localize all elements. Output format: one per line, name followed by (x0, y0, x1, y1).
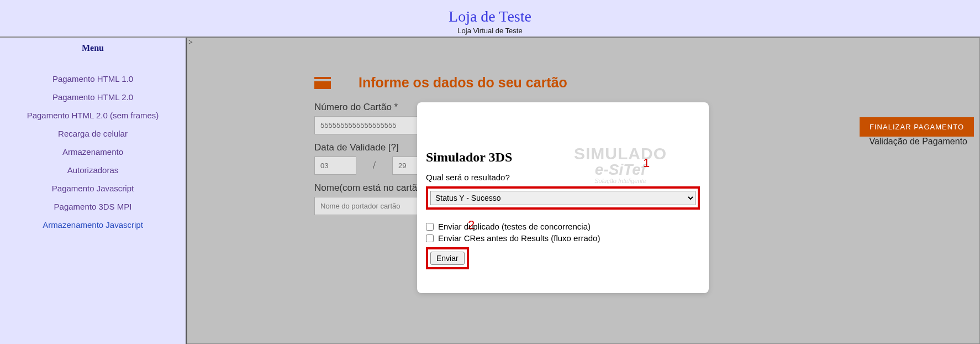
simulator-3ds-modal: SIMULADO e-SiTef Solução Inteligente Sim… (417, 102, 709, 293)
sidebar-item-pagamento-3ds[interactable]: Pagamento 3DS MPI (0, 197, 186, 216)
checkbox-cres-label: Enviar CRes antes do Results (fluxo erra… (438, 233, 600, 243)
validation-text: Validação de Pagamento (869, 137, 967, 147)
sidebar: Menu Pagamento HTML 1.0 Pagamento HTML 2… (0, 38, 187, 344)
sidebar-item-pagamento-js[interactable]: Pagamento Javascript (0, 179, 186, 197)
checkbox-cres[interactable] (426, 234, 434, 242)
breadcrumb: > (188, 38, 193, 47)
submit-button-highlight: Enviar (426, 247, 469, 269)
sidebar-item-pagamento-html-1[interactable]: Pagamento HTML 1.0 (0, 70, 186, 88)
sidebar-item-recarga[interactable]: Recarga de celular (0, 124, 186, 143)
credit-card-icon (314, 77, 331, 89)
sidebar-item-pagamento-html-2-sf[interactable]: Pagamento HTML 2.0 (sem frames) (0, 106, 186, 124)
form-title: Informe os dados do seu cartão (359, 75, 567, 91)
checkbox-duplicado-row[interactable]: Enviar duplicado (testes de concorrencia… (426, 222, 700, 231)
expiry-slash: / (373, 160, 376, 171)
status-select[interactable]: Status Y - Sucesso (430, 191, 696, 205)
page-header: Loja de Teste Loja Virtual de Teste (0, 0, 980, 38)
expiry-month-input[interactable] (314, 157, 356, 175)
sidebar-item-armazenamento-js[interactable]: Armazenamento Javascript (0, 216, 186, 234)
modal-title: Simulador 3DS (426, 150, 700, 165)
site-title[interactable]: Loja de Teste (0, 8, 980, 25)
modal-question: Qual será o resultado? (426, 173, 700, 182)
sidebar-item-armazenamento[interactable]: Armazenamento (0, 143, 186, 161)
submit-button[interactable]: Enviar (430, 252, 465, 265)
menu-title: Menu (0, 38, 186, 70)
sidebar-item-pagamento-html-2[interactable]: Pagamento HTML 2.0 (0, 88, 186, 106)
status-select-highlight: Status Y - Sucesso (426, 186, 700, 210)
checkbox-cres-row[interactable]: Enviar CRes antes do Results (fluxo erra… (426, 233, 700, 243)
finalize-payment-button[interactable]: FINALIZAR PAGAMENTO (860, 117, 974, 137)
checkbox-duplicado[interactable] (426, 223, 434, 231)
site-subtitle: Loja Virtual de Teste (0, 27, 980, 35)
checkbox-duplicado-label: Enviar duplicado (testes de concorrencia… (438, 222, 591, 231)
sidebar-item-autorizadoras[interactable]: Autorizadoras (0, 161, 186, 179)
